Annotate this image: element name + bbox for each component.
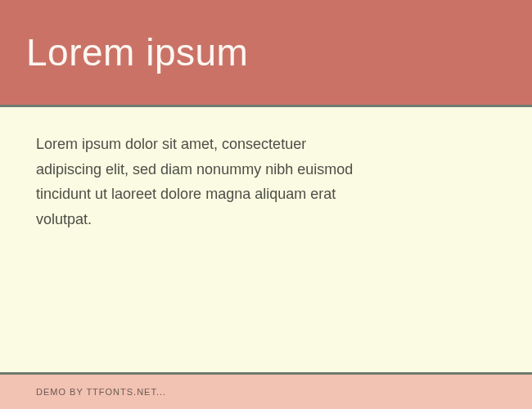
footer-bar: DEMO BY TTFONTS.NET... — [0, 375, 532, 409]
body-paragraph: Lorem ipsum dolor sit amet, consectetuer… — [36, 132, 355, 231]
page-title: Lorem ipsum — [26, 30, 248, 74]
header-banner: Lorem ipsum — [0, 0, 532, 105]
footer-text: DEMO BY TTFONTS.NET... — [36, 387, 166, 397]
page-container: Lorem ipsum Lorem ipsum dolor sit amet, … — [0, 0, 532, 409]
body-section: Lorem ipsum dolor sit amet, consectetuer… — [0, 107, 532, 372]
